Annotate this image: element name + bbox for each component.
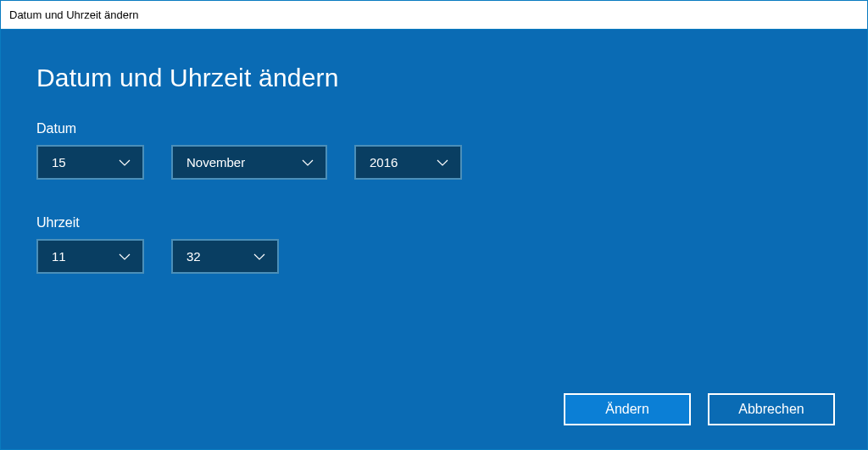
date-row: 15 November 2016 [36, 145, 832, 180]
chevron-down-icon [437, 157, 448, 169]
cancel-button[interactable]: Abbrechen [708, 393, 835, 425]
hour-dropdown[interactable]: 11 [36, 239, 144, 274]
month-dropdown[interactable]: November [171, 145, 327, 180]
titlebar-title: Datum und Uhrzeit ändern [9, 8, 138, 21]
dialog-content: Datum und Uhrzeit ändern Datum 15 Novemb… [1, 30, 867, 449]
chevron-down-icon [253, 251, 265, 263]
chevron-down-icon [119, 251, 131, 263]
year-dropdown[interactable]: 2016 [354, 145, 462, 180]
day-dropdown[interactable]: 15 [36, 145, 144, 180]
chevron-down-icon [302, 157, 314, 169]
minute-dropdown[interactable]: 32 [171, 239, 279, 274]
date-section-label: Datum [36, 121, 832, 136]
minute-value: 32 [186, 249, 201, 264]
time-section-label: Uhrzeit [36, 215, 832, 231]
titlebar: Datum und Uhrzeit ändern [1, 1, 867, 30]
dialog-footer: Ändern Abbrechen [564, 393, 835, 425]
chevron-down-icon [119, 157, 131, 169]
hour-value: 11 [52, 249, 66, 264]
year-value: 2016 [370, 155, 398, 169]
day-value: 15 [52, 155, 66, 169]
month-value: November [186, 155, 245, 169]
confirm-button[interactable]: Ändern [564, 393, 691, 425]
dialog-window: Datum und Uhrzeit ändern Datum und Uhrze… [0, 0, 868, 450]
time-row: 11 32 [36, 239, 832, 274]
page-title: Datum und Uhrzeit ändern [36, 64, 832, 92]
